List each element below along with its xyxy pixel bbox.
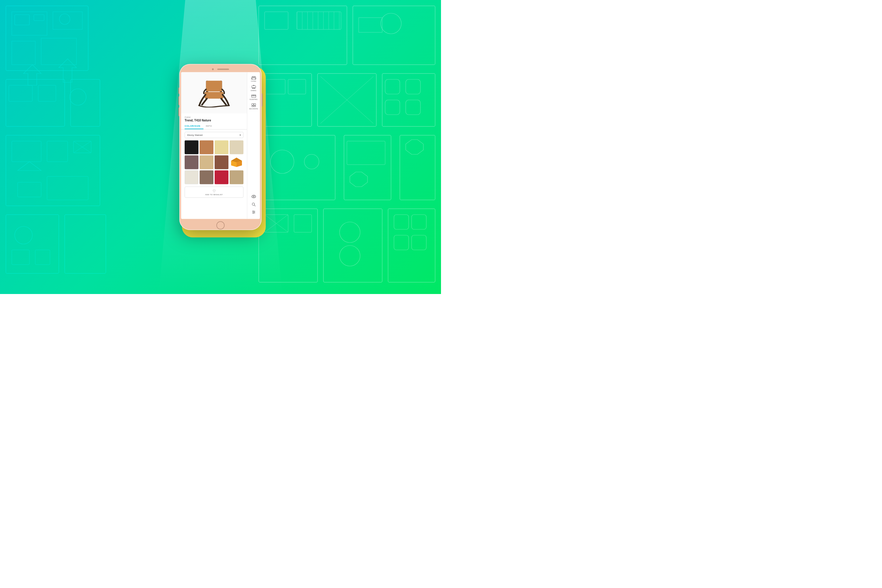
finish-dropdown[interactable]: Ebony Stained ▾ <box>184 132 243 138</box>
svg-rect-25 <box>64 214 106 273</box>
sidebar-item-sleeping[interactable]: SLEEPING <box>247 93 260 102</box>
svg-rect-31 <box>265 12 288 29</box>
svg-rect-51 <box>385 80 400 94</box>
svg-point-112 <box>254 212 255 212</box>
app-main-content: Color Trend, T410 Nature COLOR/SIZE INFO… <box>181 72 247 219</box>
tab-color-size[interactable]: COLOR/SIZE <box>184 123 204 129</box>
svg-point-105 <box>253 196 254 197</box>
app-sidebar-nav: LIVING DINING <box>247 72 260 219</box>
swatch-medium-brown[interactable] <box>200 171 213 184</box>
svg-rect-52 <box>406 80 420 94</box>
svg-rect-96 <box>252 95 254 96</box>
phone-notch-area <box>179 64 262 72</box>
home-button[interactable] <box>216 221 225 230</box>
svg-rect-11 <box>70 80 100 126</box>
search-icon-button[interactable] <box>252 202 256 208</box>
phone-bottom-area <box>179 221 262 230</box>
svg-rect-28 <box>35 250 50 265</box>
product-image-chair <box>198 78 230 108</box>
swatch-orange-3d[interactable] <box>230 156 243 170</box>
svg-rect-12 <box>9 85 32 101</box>
svg-rect-47 <box>265 80 285 94</box>
dining-icon <box>251 85 256 89</box>
svg-rect-30 <box>353 6 435 64</box>
phone-screen: Color Trend, T410 Nature COLOR/SIZE INFO… <box>181 72 260 219</box>
svg-rect-59 <box>400 135 435 200</box>
svg-rect-87 <box>252 76 255 78</box>
swatch-cream[interactable] <box>230 141 243 154</box>
svg-rect-32 <box>297 12 341 29</box>
decorate-icon <box>251 103 256 107</box>
svg-point-26 <box>15 226 32 244</box>
svg-rect-54 <box>406 100 420 115</box>
svg-rect-103 <box>254 106 255 107</box>
svg-rect-67 <box>294 214 312 232</box>
sidebar-label-dining: DINING <box>251 90 256 92</box>
svg-rect-88 <box>251 78 252 80</box>
svg-rect-72 <box>394 214 409 230</box>
sidebar-item-decorate[interactable]: DECORATE <box>247 102 260 111</box>
phone-frame: Color Trend, T410 Nature COLOR/SIZE INFO… <box>179 64 262 230</box>
svg-point-93 <box>254 85 254 86</box>
svg-point-70 <box>340 222 360 243</box>
svg-point-33 <box>381 13 401 34</box>
wishlist-heart-icon: ♡ <box>213 189 216 193</box>
color-label: Color <box>184 116 243 118</box>
tab-info[interactable]: INFO <box>206 123 215 129</box>
swatch-tan[interactable] <box>230 171 243 184</box>
svg-rect-73 <box>412 214 426 230</box>
dropdown-value: Ebony Stained <box>187 134 202 136</box>
swatch-red[interactable] <box>214 171 228 184</box>
svg-rect-100 <box>252 104 254 105</box>
product-tabs: COLOR/SIZE INFO <box>181 123 247 130</box>
svg-point-57 <box>304 154 319 169</box>
product-image-area <box>181 72 247 114</box>
svg-point-7 <box>59 14 70 24</box>
svg-point-56 <box>270 150 294 174</box>
color-name: Trend, T410 Nature <box>184 119 243 122</box>
svg-rect-78 <box>206 81 222 92</box>
svg-rect-53 <box>385 100 400 115</box>
swatch-off-white[interactable] <box>184 171 198 184</box>
swatch-sand[interactable] <box>200 156 213 170</box>
swatch-light-yellow[interactable] <box>214 141 228 154</box>
product-info-section: Color Trend, T410 Nature <box>181 114 247 123</box>
swatch-dark-taupe[interactable] <box>184 156 198 170</box>
svg-rect-75 <box>412 235 426 250</box>
svg-point-106 <box>252 203 254 205</box>
volume-down-button <box>178 108 179 116</box>
svg-rect-89 <box>255 78 256 80</box>
svg-rect-21 <box>47 176 88 200</box>
front-camera <box>212 69 214 70</box>
svg-line-107 <box>254 205 255 206</box>
sidebar-label-decorate: DECORATE <box>249 108 258 110</box>
svg-rect-60 <box>347 141 385 165</box>
view-icon-button[interactable] <box>251 194 256 200</box>
sidebar-item-living[interactable]: LIVING <box>247 75 260 84</box>
svg-rect-13 <box>38 85 56 101</box>
search-icon <box>252 202 256 207</box>
svg-rect-64 <box>323 209 382 282</box>
filter-icon-button[interactable] <box>252 210 256 216</box>
swatch-tan-brown[interactable] <box>200 141 213 154</box>
svg-rect-3 <box>12 41 35 64</box>
add-to-wishlist-button[interactable]: ♡ ADD TO WISHLIST <box>184 187 243 198</box>
svg-rect-27 <box>12 250 29 265</box>
svg-rect-48 <box>288 80 306 94</box>
svg-point-111 <box>252 211 253 212</box>
svg-rect-102 <box>252 106 254 107</box>
svg-marker-19 <box>18 162 41 171</box>
color-swatch-grid <box>181 141 247 184</box>
earpiece-speaker <box>217 69 229 70</box>
sliders-icon <box>252 210 256 214</box>
swatch-brown[interactable] <box>214 156 228 170</box>
svg-point-113 <box>253 213 254 213</box>
volume-up-button <box>178 96 179 105</box>
sidebar-item-dining[interactable]: DINING <box>247 84 260 93</box>
wishlist-label: ADD TO WISHLIST <box>205 194 223 195</box>
svg-rect-29 <box>259 6 347 64</box>
svg-rect-2 <box>53 12 82 29</box>
swatch-black[interactable] <box>184 141 198 154</box>
svg-rect-97 <box>254 95 255 96</box>
svg-rect-90 <box>252 86 255 88</box>
